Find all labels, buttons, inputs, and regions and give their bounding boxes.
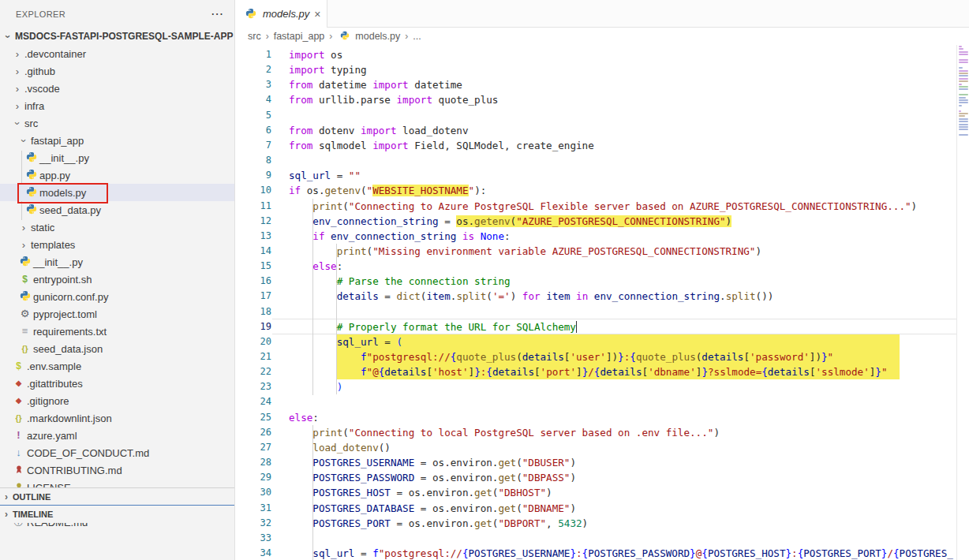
tree-item-code-of-conduct-md[interactable]: ↓CODE_OF_CONDUCT.md bbox=[0, 444, 234, 461]
code-line[interactable]: 11 print("Connecting to Azure PostgreSQL… bbox=[235, 199, 957, 214]
code-line[interactable]: 1import os bbox=[235, 47, 957, 62]
line-number: 31 bbox=[235, 501, 271, 516]
more-actions-icon[interactable]: ⋯ bbox=[211, 10, 223, 18]
tree-item-entrypoint-sh[interactable]: $entrypoint.sh bbox=[0, 271, 234, 288]
code-line[interactable]: 33 bbox=[235, 531, 957, 546]
code-line[interactable]: 12 env_connection_string = os.getenv("AZ… bbox=[235, 214, 957, 229]
code-line[interactable]: 26 print("Connecting to local PostgreSQL… bbox=[235, 425, 957, 440]
outline-label: OUTLINE bbox=[13, 492, 51, 502]
tree-item--markdownlint-json[interactable]: {}.markdownlint.json bbox=[0, 409, 234, 427]
code-line[interactable]: 7from sqlmodel import Field, SQLModel, c… bbox=[235, 138, 957, 153]
tree-item--init-py[interactable]: __init__.py bbox=[0, 149, 234, 166]
tree-item--devcontainer[interactable]: ›.devcontainer bbox=[0, 45, 234, 62]
tab-models-py[interactable]: models.py × bbox=[235, 0, 327, 28]
line-number: 12 bbox=[235, 214, 271, 229]
code-line[interactable]: 29 POSTGRES_PASSWORD = os.environ.get("D… bbox=[235, 470, 957, 485]
breadcrumb-item-src[interactable]: src bbox=[248, 31, 261, 42]
tree-item-templates[interactable]: ›templates bbox=[0, 236, 234, 253]
tree-item-models-py[interactable]: models.py bbox=[0, 184, 234, 201]
code-line[interactable]: 8 bbox=[235, 153, 957, 168]
code-line[interactable]: 34 sql_url = f"postgresql://{POSTGRES_US… bbox=[235, 546, 957, 560]
tree-item--gitattributes[interactable]: ◆.gitattributes bbox=[0, 375, 234, 392]
chevron-down-icon[interactable]: › bbox=[11, 118, 24, 129]
timeline-section-header[interactable]: › TIMELINE bbox=[0, 505, 234, 523]
python-icon bbox=[24, 203, 39, 216]
tree-item-pyproject-toml[interactable]: ⚙pyproject.toml bbox=[0, 305, 234, 323]
code-line-text: sql_url = ( bbox=[289, 334, 402, 349]
line-number: 34 bbox=[235, 546, 271, 560]
breadcrumb-item-ellipsis[interactable]: ... bbox=[413, 31, 421, 42]
exclamation-icon: ! bbox=[11, 431, 26, 440]
close-icon[interactable]: × bbox=[314, 8, 320, 21]
tree-item-requirements-txt[interactable]: ≡requirements.txt bbox=[0, 323, 234, 340]
code-line[interactable]: 15 else: bbox=[235, 259, 957, 274]
chevron-down-icon[interactable]: › bbox=[17, 135, 30, 147]
chevron-right-icon[interactable]: › bbox=[11, 48, 24, 60]
outline-section-header[interactable]: › OUTLINE bbox=[0, 487, 234, 506]
tree-item-azure-yaml[interactable]: !azure.yaml bbox=[0, 427, 234, 444]
code-line[interactable]: 31 POSTGRES_DATABASE = os.environ.get("D… bbox=[235, 501, 957, 516]
tree-item-seed-data-json[interactable]: {}seed_data.json bbox=[0, 340, 234, 357]
tree-item--env-sample[interactable]: $.env.sample bbox=[0, 357, 234, 375]
code-line[interactable]: 32 POSTGRES_PORT = os.environ.get("DBPOR… bbox=[235, 516, 957, 531]
code-line[interactable]: 5 bbox=[235, 108, 957, 123]
code-line[interactable]: 30 POSTGRES_HOST = os.environ.get("DBHOS… bbox=[235, 485, 957, 500]
tree-item-contributing-md[interactable]: CONTRIBUTING.md bbox=[0, 461, 234, 479]
chevron-right-icon[interactable]: › bbox=[11, 83, 24, 95]
code-line[interactable]: 18 bbox=[235, 304, 957, 319]
code-line[interactable]: 17 details = dict(item.split('=') for it… bbox=[235, 289, 957, 304]
code-line-text: POSTGRES_HOST = os.environ.get("DBHOST") bbox=[289, 485, 552, 500]
minimap-line bbox=[959, 70, 968, 72]
code-line[interactable]: 19 # Properly format the URL for SQLAlch… bbox=[235, 319, 957, 334]
chevron-right-icon[interactable]: › bbox=[11, 65, 24, 77]
minimap-line bbox=[959, 94, 968, 95]
tree-item--gitignore[interactable]: ◆.gitignore bbox=[0, 392, 234, 409]
tree-item-app-py[interactable]: app.py bbox=[0, 166, 234, 184]
breadcrumb-item-fastapi-app[interactable]: fastapi_app bbox=[274, 31, 325, 42]
code-line[interactable]: 13 if env_connection_string is None: bbox=[235, 229, 957, 244]
minimap-line bbox=[959, 99, 968, 101]
tree-item--init-py[interactable]: __init__.py bbox=[0, 253, 234, 271]
code-line[interactable]: 4from urllib.parse import quote_plus bbox=[235, 92, 957, 107]
code-line[interactable]: 24 bbox=[235, 394, 957, 409]
line-number: 13 bbox=[235, 229, 271, 244]
line-number: 30 bbox=[235, 485, 271, 500]
tree-item-fastapi-app[interactable]: ›fastapi_app bbox=[0, 132, 234, 149]
code-line[interactable]: 21 f"postgresql://{quote_plus(details['u… bbox=[235, 349, 957, 364]
yellow-highlight-block bbox=[336, 334, 900, 349]
tree-item-label: entrypoint.sh bbox=[32, 274, 92, 286]
tree-item-infra[interactable]: ›infra bbox=[0, 97, 234, 114]
chevron-right-icon[interactable]: › bbox=[17, 239, 30, 251]
breadcrumb-item-models-py[interactable]: models.py bbox=[337, 31, 400, 42]
chevron-right-icon[interactable]: › bbox=[17, 222, 30, 233]
code-line[interactable]: 22 f"@{details['host']}:{details['port']… bbox=[235, 364, 957, 379]
minimap-line bbox=[959, 126, 968, 128]
line-number: 15 bbox=[235, 259, 271, 274]
chevron-down-icon[interactable]: › bbox=[2, 31, 14, 43]
tree-item-static[interactable]: ›static bbox=[0, 218, 234, 236]
minimap[interactable] bbox=[956, 45, 969, 560]
code-line[interactable]: 16 # Parse the connection string bbox=[235, 274, 957, 289]
line-number: 33 bbox=[235, 531, 271, 546]
tree-root-folder[interactable]: › MSDOCS-FASTAPI-POSTGRESQL-SAMPLE-APP [… bbox=[0, 28, 234, 45]
line-number: 23 bbox=[235, 379, 271, 394]
ribbon-red-icon bbox=[11, 465, 26, 476]
code-line[interactable]: 2import typing bbox=[235, 62, 957, 77]
code-line[interactable]: 14 print("Missing environment variable A… bbox=[235, 244, 957, 259]
code-line[interactable]: 25else: bbox=[235, 410, 957, 425]
tree-item-src[interactable]: ›src bbox=[0, 114, 234, 132]
tree-item--github[interactable]: ›.github bbox=[0, 62, 234, 80]
code-line[interactable]: 27 load_dotenv() bbox=[235, 440, 957, 455]
chevron-right-icon[interactable]: › bbox=[11, 100, 24, 112]
code-line[interactable]: 20 sql_url = ( bbox=[235, 334, 957, 349]
code-line[interactable]: 10if os.getenv("WEBSITE_HOSTNAME"): bbox=[235, 183, 957, 198]
tree-item-seed-data-py[interactable]: seed_data.py bbox=[0, 201, 234, 218]
code-line[interactable]: 3from datetime import datetime bbox=[235, 77, 957, 92]
code-editor[interactable]: 1import os2import typing3from datetime i… bbox=[235, 45, 957, 560]
tree-item-gunicorn-conf-py[interactable]: gunicorn.conf.py bbox=[0, 288, 234, 305]
code-line[interactable]: 23 ) bbox=[235, 379, 957, 394]
code-line[interactable]: 6from dotenv import load_dotenv bbox=[235, 123, 957, 138]
code-line[interactable]: 9sql_url = "" bbox=[235, 168, 957, 183]
code-line[interactable]: 28 POSTGRES_USERNAME = os.environ.get("D… bbox=[235, 455, 957, 470]
tree-item--vscode[interactable]: ›.vscode bbox=[0, 80, 234, 97]
